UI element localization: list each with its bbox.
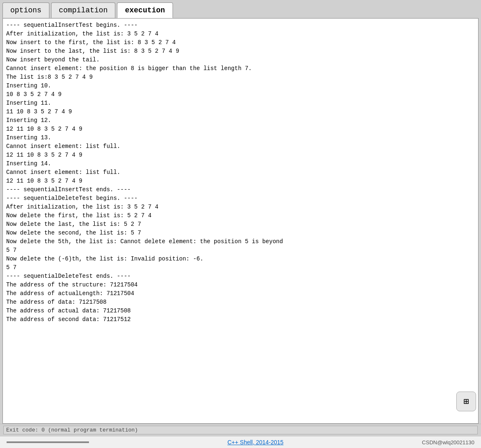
tab-compilation[interactable]: compilation: [51, 2, 116, 18]
output-area[interactable]: ---- sequentialInsertTest begins. ---- A…: [2, 18, 479, 424]
tab-bar: options compilation execution: [0, 0, 481, 18]
footer-bar: C++ Shell, 2014-2015 CSDN@wlq20021130: [0, 436, 481, 448]
footer-right: CSDN@wlq20021130: [422, 439, 474, 446]
exit-code-text: Exit code: 0 (normal program termination…: [3, 426, 478, 434]
status-bar: Exit code: 0 (normal program termination…: [0, 424, 481, 436]
main-wrapper: ---- sequentialInsertTest begins. ---- A…: [0, 18, 481, 436]
output-text: ---- sequentialInsertTest begins. ---- A…: [6, 21, 475, 324]
tab-options[interactable]: options: [2, 2, 49, 18]
footer-decoration: [7, 441, 89, 443]
ime-button[interactable]: ⊞: [456, 392, 476, 411]
ime-icon: ⊞: [463, 396, 469, 407]
footer-link[interactable]: C++ Shell, 2014-2015: [227, 439, 283, 446]
tab-execution[interactable]: execution: [117, 2, 173, 18]
